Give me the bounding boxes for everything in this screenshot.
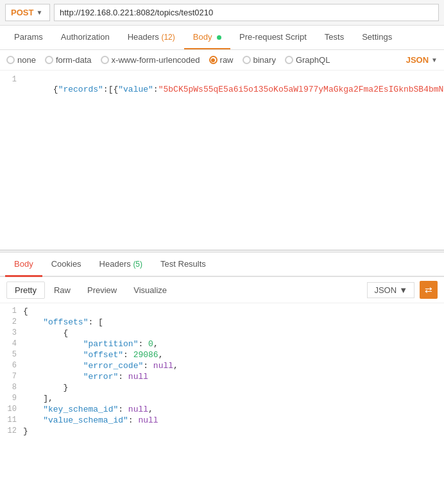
- option-urlencoded[interactable]: x-www-form-urlencoded: [101, 55, 200, 65]
- radio-raw: [209, 56, 218, 64]
- body-active-dot: [217, 35, 221, 40]
- preview-button[interactable]: Preview: [80, 282, 124, 298]
- option-binary[interactable]: binary: [243, 55, 276, 65]
- url-input[interactable]: [54, 4, 439, 21]
- json-dropdown-chevron-icon: ▼: [399, 285, 407, 295]
- option-form-data[interactable]: form-data: [45, 55, 92, 65]
- option-none[interactable]: none: [6, 55, 36, 65]
- tab-body[interactable]: Body: [184, 26, 230, 49]
- response-line: 8 }: [0, 382, 444, 393]
- tab-authorization[interactable]: Authorization: [52, 26, 119, 49]
- raw-button[interactable]: Raw: [46, 282, 78, 298]
- response-line: 10 "key_schema_id": null,: [0, 404, 444, 415]
- response-line: 7 "error": null: [0, 371, 444, 382]
- resp-tab-body[interactable]: Body: [5, 253, 42, 277]
- resp-tab-cookies[interactable]: Cookies: [42, 253, 90, 277]
- top-bar: POST ▼: [0, 0, 444, 26]
- json-chevron-icon: ▼: [431, 56, 438, 63]
- option-raw[interactable]: raw: [209, 55, 234, 65]
- wrap-text-icon[interactable]: ⇄: [420, 281, 438, 299]
- response-json-selector[interactable]: JSON ▼: [367, 282, 414, 298]
- method-label: POST: [11, 8, 33, 17]
- method-chevron-icon: ▼: [36, 9, 42, 16]
- pretty-button[interactable]: Pretty: [6, 281, 45, 299]
- resp-tab-test-results[interactable]: Test Results: [151, 253, 215, 277]
- tab-headers[interactable]: Headers (12): [119, 26, 184, 49]
- request-line-1: 1 {"records":[{"value":"5bCK5pWs55qE5a6i…: [0, 74, 444, 105]
- response-line: 12}: [0, 426, 444, 437]
- json-type-selector[interactable]: JSON ▼: [406, 55, 438, 65]
- response-line: 9 ],: [0, 393, 444, 404]
- response-line: 11 "value_schema_id": null: [0, 415, 444, 426]
- request-tabs-row: Params Authorization Headers (12) Body P…: [0, 26, 444, 50]
- response-line: 2 "offsets": [: [0, 317, 444, 328]
- method-select[interactable]: POST ▼: [5, 4, 50, 21]
- response-toolbar: Pretty Raw Preview Visualize JSON ▼ ⇄: [0, 277, 444, 303]
- response-line: 1{: [0, 306, 444, 317]
- radio-form-data: [45, 56, 53, 64]
- resp-tab-headers[interactable]: Headers (5): [90, 253, 151, 277]
- radio-graphql: [285, 56, 293, 64]
- response-line: 6 "error_code": null,: [0, 360, 444, 371]
- request-code-editor[interactable]: 1 {"records":[{"value":"5bCK5pWs55qE5a6i…: [0, 71, 444, 250]
- visualize-button[interactable]: Visualize: [126, 282, 175, 298]
- response-line: 3 {: [0, 328, 444, 339]
- response-tabs-row: Body Cookies Headers (5) Test Results: [0, 253, 444, 277]
- response-code-area: 1{2 "offsets": [3 {4 "partition": 0,5 "o…: [0, 303, 444, 439]
- option-graphql[interactable]: GraphQL: [285, 55, 330, 65]
- response-line: 5 "offset": 29086,: [0, 349, 444, 360]
- tab-prerequest[interactable]: Pre-request Script: [230, 26, 316, 49]
- response-line: 4 "partition": 0,: [0, 339, 444, 349]
- tab-params[interactable]: Params: [5, 26, 52, 49]
- radio-urlencoded: [101, 56, 109, 64]
- radio-none: [6, 56, 15, 64]
- tab-tests[interactable]: Tests: [316, 26, 353, 49]
- radio-binary: [243, 56, 251, 64]
- body-options-row: none form-data x-www-form-urlencoded raw…: [0, 50, 444, 71]
- tab-settings[interactable]: Settings: [353, 26, 401, 49]
